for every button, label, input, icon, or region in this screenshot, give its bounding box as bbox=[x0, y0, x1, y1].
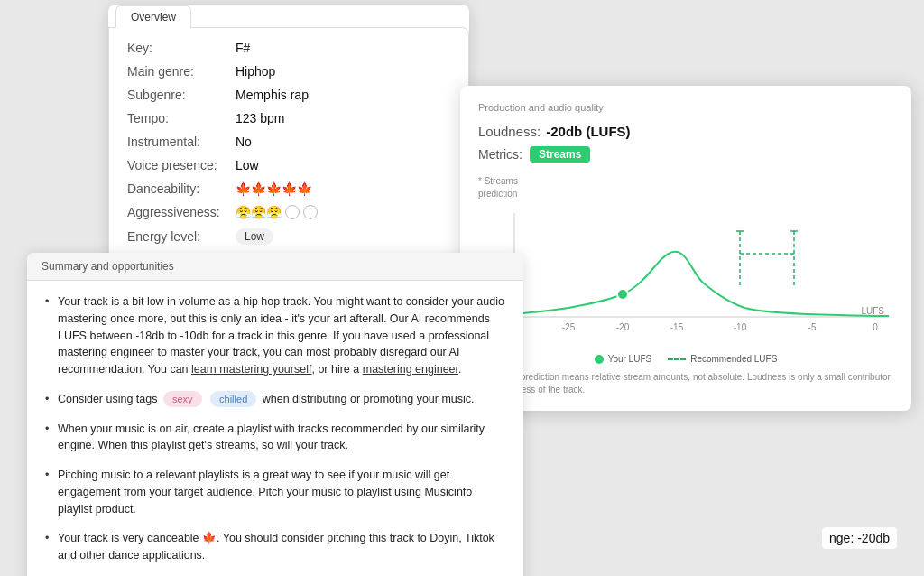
your-lufs-legend: Your LUFS bbox=[595, 354, 652, 364]
energy-label: Energy level: bbox=[127, 229, 236, 244]
summary-item-2: Consider using tags sexy chilled when di… bbox=[45, 391, 505, 408]
summary-list: Your track is a bit low in volume as a h… bbox=[45, 293, 505, 564]
learn-mastering-link[interactable]: learn mastering yourself bbox=[191, 363, 311, 376]
svg-text:-20: -20 bbox=[616, 322, 630, 332]
lufs-chart: -30 -25 -20 -15 -10 -5 0 LUFS bbox=[478, 204, 893, 348]
key-value: F# bbox=[236, 41, 250, 55]
production-card: Production and audio quality Loudness: -… bbox=[460, 86, 911, 411]
recommended-lufs-legend: Recommended LUFS bbox=[668, 354, 777, 364]
tag-sexy: sexy bbox=[163, 391, 202, 408]
subgenre-label: Subgenre: bbox=[127, 88, 236, 102]
voice-presence-value: Low bbox=[236, 158, 259, 172]
summary-item-1: Your track is a bit low in volume as a h… bbox=[45, 293, 505, 378]
aggressiveness-emojis: 😤😤😤 bbox=[236, 205, 318, 219]
tempo-label: Tempo: bbox=[127, 111, 236, 125]
loudness-label: Loudness: bbox=[478, 124, 541, 139]
instrumental-value: No bbox=[236, 135, 252, 149]
loudness-range-label: nge: -20db bbox=[822, 527, 897, 549]
chart-legend: Your LUFS Recommended LUFS bbox=[478, 354, 893, 364]
mastering-engineer-link[interactable]: mastering engineer bbox=[363, 363, 458, 376]
chart-annotation: * Streamsprediction bbox=[478, 175, 893, 200]
loudness-range-value: nge: -20db bbox=[829, 531, 890, 545]
svg-text:-15: -15 bbox=[670, 322, 684, 332]
energy-row: Energy level: Low bbox=[127, 228, 450, 245]
recommended-lufs-label: Recommended LUFS bbox=[690, 354, 777, 364]
metrics-row: Metrics: Streams bbox=[478, 146, 893, 163]
danceability-label: Danceability: bbox=[127, 181, 236, 196]
summary-tab[interactable]: Summary and opportunities bbox=[27, 253, 523, 281]
svg-text:LUFS: LUFS bbox=[861, 306, 884, 316]
danceability-row: Danceability: 🍁🍁🍁🍁🍁 bbox=[127, 181, 450, 196]
summary-card: Summary and opportunities Your track is … bbox=[27, 253, 523, 576]
tempo-row: Tempo: 123 bpm bbox=[127, 111, 450, 125]
main-genre-label: Main genre: bbox=[127, 64, 236, 79]
voice-presence-label: Voice presence: bbox=[127, 158, 236, 172]
loudness-row: Loudness: -20db (LUFS) bbox=[478, 124, 893, 139]
summary-item-4: Pitching music to a relevant playlists i… bbox=[45, 467, 505, 517]
metrics-label: Metrics: bbox=[478, 147, 522, 162]
voice-presence-row: Voice presence: Low bbox=[127, 158, 450, 172]
subgenre-value: Memphis rap bbox=[236, 88, 309, 102]
svg-text:-5: -5 bbox=[808, 322, 817, 332]
aggressiveness-label: Aggressiveness: bbox=[127, 205, 236, 219]
main-genre-row: Main genre: Hiphop bbox=[127, 64, 450, 79]
subgenre-row: Subgenre: Memphis rap bbox=[127, 88, 450, 102]
svg-point-7 bbox=[617, 289, 628, 300]
your-lufs-label: Your LUFS bbox=[608, 354, 652, 364]
key-row: Key: F# bbox=[127, 41, 450, 55]
aggressiveness-row: Aggressiveness: 😤😤😤 bbox=[127, 205, 450, 219]
svg-text:0: 0 bbox=[873, 322, 878, 332]
svg-text:-10: -10 bbox=[734, 322, 747, 332]
production-header: Production and audio quality bbox=[478, 102, 893, 113]
streams-badge[interactable]: Streams bbox=[530, 146, 590, 163]
tag-chilled: chilled bbox=[210, 391, 256, 408]
summary-item-3: When your music is on air, create a play… bbox=[45, 421, 505, 455]
energy-value: Low bbox=[236, 228, 273, 245]
loudness-value: -20db (LUFS) bbox=[546, 124, 630, 139]
instrumental-row: Instrumental: No bbox=[127, 135, 450, 149]
instrumental-label: Instrumental: bbox=[127, 135, 236, 149]
main-genre-value: Hiphop bbox=[236, 64, 275, 79]
danceability-emojis: 🍁🍁🍁🍁🍁 bbox=[236, 181, 312, 196]
overview-tab[interactable]: Overview bbox=[116, 5, 191, 28]
chart-footnote: * Streams prediction means relative stre… bbox=[478, 371, 893, 396]
key-label: Key: bbox=[127, 41, 236, 55]
tempo-value: 123 bpm bbox=[236, 111, 284, 125]
summary-item-5: Your track is very danceable 🍁. You shou… bbox=[45, 530, 505, 564]
svg-text:-25: -25 bbox=[562, 322, 576, 332]
